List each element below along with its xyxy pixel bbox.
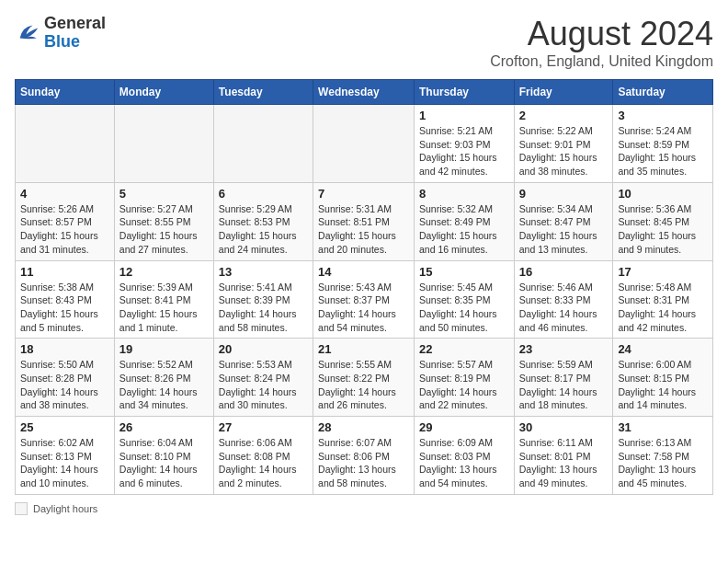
day-number: 7 (318, 187, 409, 201)
day-info: Sunrise: 5:55 AM Sunset: 8:22 PM Dayligh… (318, 358, 409, 412)
location-subtitle: Crofton, England, United Kingdom (490, 53, 713, 70)
calendar-cell: 18Sunrise: 5:50 AM Sunset: 8:28 PM Dayli… (16, 339, 115, 417)
day-number: 26 (119, 420, 209, 434)
day-number: 24 (618, 342, 708, 356)
calendar-cell: 26Sunrise: 6:04 AM Sunset: 8:10 PM Dayli… (114, 417, 213, 495)
day-number: 22 (419, 342, 509, 356)
day-info: Sunrise: 6:02 AM Sunset: 8:13 PM Dayligh… (20, 436, 109, 490)
day-info: Sunrise: 5:59 AM Sunset: 8:17 PM Dayligh… (519, 358, 609, 412)
footer-label: Daylight hours (33, 503, 97, 514)
day-info: Sunrise: 6:09 AM Sunset: 8:03 PM Dayligh… (419, 436, 509, 490)
weekday-header-friday: Friday (514, 80, 613, 105)
calendar-week-5: 25Sunrise: 6:02 AM Sunset: 8:13 PM Dayli… (16, 417, 713, 495)
day-info: Sunrise: 6:00 AM Sunset: 8:15 PM Dayligh… (618, 358, 708, 412)
day-number: 4 (20, 187, 109, 201)
calendar-cell (213, 105, 313, 183)
calendar-week-2: 4Sunrise: 5:26 AM Sunset: 8:57 PM Daylig… (16, 182, 713, 260)
day-number: 13 (219, 265, 308, 279)
calendar-cell (16, 105, 115, 183)
weekday-header-saturday: Saturday (613, 80, 713, 105)
day-number: 2 (519, 109, 609, 122)
page-header: General Blue August 2024 Crofton, Englan… (15, 15, 713, 70)
calendar-cell (313, 105, 415, 183)
logo-text: General Blue (44, 15, 106, 52)
calendar-cell: 20Sunrise: 5:53 AM Sunset: 8:24 PM Dayli… (213, 339, 313, 417)
calendar-cell: 16Sunrise: 5:46 AM Sunset: 8:33 PM Dayli… (514, 260, 613, 339)
day-number: 21 (318, 342, 409, 356)
calendar-cell: 11Sunrise: 5:38 AM Sunset: 8:43 PM Dayli… (16, 260, 115, 339)
calendar-cell: 27Sunrise: 6:06 AM Sunset: 8:08 PM Dayli… (213, 417, 313, 495)
calendar-week-4: 18Sunrise: 5:50 AM Sunset: 8:28 PM Dayli… (16, 339, 713, 417)
day-number: 29 (419, 420, 509, 434)
footer-box-icon (15, 502, 28, 515)
day-info: Sunrise: 6:13 AM Sunset: 7:58 PM Dayligh… (618, 436, 708, 490)
calendar-cell: 2Sunrise: 5:22 AM Sunset: 9:01 PM Daylig… (514, 105, 613, 183)
calendar-week-3: 11Sunrise: 5:38 AM Sunset: 8:43 PM Dayli… (16, 260, 713, 339)
day-number: 10 (618, 187, 708, 201)
day-info: Sunrise: 5:32 AM Sunset: 8:49 PM Dayligh… (419, 202, 509, 257)
calendar-cell: 30Sunrise: 6:11 AM Sunset: 8:01 PM Dayli… (514, 417, 613, 495)
day-info: Sunrise: 5:39 AM Sunset: 8:41 PM Dayligh… (119, 281, 209, 335)
day-info: Sunrise: 5:24 AM Sunset: 8:59 PM Dayligh… (618, 124, 708, 178)
day-number: 19 (119, 342, 209, 356)
day-number: 25 (20, 420, 109, 434)
day-info: Sunrise: 5:46 AM Sunset: 8:33 PM Dayligh… (519, 281, 609, 335)
logo-bird-icon (15, 20, 40, 46)
calendar-cell: 12Sunrise: 5:39 AM Sunset: 8:41 PM Dayli… (114, 260, 213, 339)
day-number: 27 (219, 420, 308, 434)
day-info: Sunrise: 6:04 AM Sunset: 8:10 PM Dayligh… (119, 436, 209, 490)
calendar-cell: 5Sunrise: 5:27 AM Sunset: 8:55 PM Daylig… (114, 182, 213, 260)
day-number: 16 (519, 265, 609, 279)
calendar-cell: 21Sunrise: 5:55 AM Sunset: 8:22 PM Dayli… (313, 339, 415, 417)
calendar-cell: 7Sunrise: 5:31 AM Sunset: 8:51 PM Daylig… (313, 182, 415, 260)
day-number: 8 (419, 187, 509, 201)
day-number: 6 (219, 187, 308, 201)
day-number: 23 (519, 342, 609, 356)
day-info: Sunrise: 5:22 AM Sunset: 9:01 PM Dayligh… (519, 124, 609, 178)
calendar-cell: 14Sunrise: 5:43 AM Sunset: 8:37 PM Dayli… (313, 260, 415, 339)
calendar-cell: 19Sunrise: 5:52 AM Sunset: 8:26 PM Dayli… (114, 339, 213, 417)
calendar-cell: 29Sunrise: 6:09 AM Sunset: 8:03 PM Dayli… (414, 417, 514, 495)
calendar-cell: 10Sunrise: 5:36 AM Sunset: 8:45 PM Dayli… (613, 182, 713, 260)
calendar-cell: 15Sunrise: 5:45 AM Sunset: 8:35 PM Dayli… (414, 260, 514, 339)
day-info: Sunrise: 5:41 AM Sunset: 8:39 PM Dayligh… (219, 281, 308, 335)
footer: Daylight hours (15, 502, 713, 515)
weekday-header-wednesday: Wednesday (313, 80, 415, 105)
day-info: Sunrise: 5:52 AM Sunset: 8:26 PM Dayligh… (119, 358, 209, 412)
calendar-cell: 9Sunrise: 5:34 AM Sunset: 8:47 PM Daylig… (514, 182, 613, 260)
calendar-cell: 31Sunrise: 6:13 AM Sunset: 7:58 PM Dayli… (613, 417, 713, 495)
calendar-table: SundayMondayTuesdayWednesdayThursdayFrid… (15, 79, 713, 495)
day-number: 28 (318, 420, 409, 434)
day-number: 20 (219, 342, 308, 356)
logo: General Blue (15, 15, 106, 52)
calendar-cell (114, 105, 213, 183)
day-number: 9 (519, 187, 609, 201)
calendar-cell: 22Sunrise: 5:57 AM Sunset: 8:19 PM Dayli… (414, 339, 514, 417)
day-number: 12 (119, 265, 209, 279)
day-info: Sunrise: 5:53 AM Sunset: 8:24 PM Dayligh… (219, 358, 308, 412)
day-number: 11 (20, 265, 109, 279)
day-info: Sunrise: 5:31 AM Sunset: 8:51 PM Dayligh… (318, 202, 409, 257)
month-year-title: August 2024 (490, 15, 713, 53)
calendar-cell: 4Sunrise: 5:26 AM Sunset: 8:57 PM Daylig… (16, 182, 115, 260)
weekday-header-row: SundayMondayTuesdayWednesdayThursdayFrid… (16, 80, 713, 105)
day-number: 15 (419, 265, 509, 279)
calendar-cell: 8Sunrise: 5:32 AM Sunset: 8:49 PM Daylig… (414, 182, 514, 260)
day-number: 30 (519, 420, 609, 434)
weekday-header-tuesday: Tuesday (213, 80, 313, 105)
day-number: 3 (618, 109, 708, 122)
day-info: Sunrise: 6:11 AM Sunset: 8:01 PM Dayligh… (519, 436, 609, 490)
calendar-cell: 24Sunrise: 6:00 AM Sunset: 8:15 PM Dayli… (613, 339, 713, 417)
calendar-cell: 3Sunrise: 5:24 AM Sunset: 8:59 PM Daylig… (613, 105, 713, 183)
day-number: 1 (419, 109, 509, 122)
weekday-header-thursday: Thursday (414, 80, 514, 105)
title-block: August 2024 Crofton, England, United Kin… (490, 15, 713, 70)
day-number: 14 (318, 265, 409, 279)
day-info: Sunrise: 5:57 AM Sunset: 8:19 PM Dayligh… (419, 358, 509, 412)
weekday-header-monday: Monday (114, 80, 213, 105)
day-info: Sunrise: 5:36 AM Sunset: 8:45 PM Dayligh… (618, 202, 708, 257)
calendar-cell: 25Sunrise: 6:02 AM Sunset: 8:13 PM Dayli… (16, 417, 115, 495)
day-info: Sunrise: 5:45 AM Sunset: 8:35 PM Dayligh… (419, 281, 509, 335)
day-info: Sunrise: 5:48 AM Sunset: 8:31 PM Dayligh… (618, 281, 708, 335)
calendar-cell: 13Sunrise: 5:41 AM Sunset: 8:39 PM Dayli… (213, 260, 313, 339)
